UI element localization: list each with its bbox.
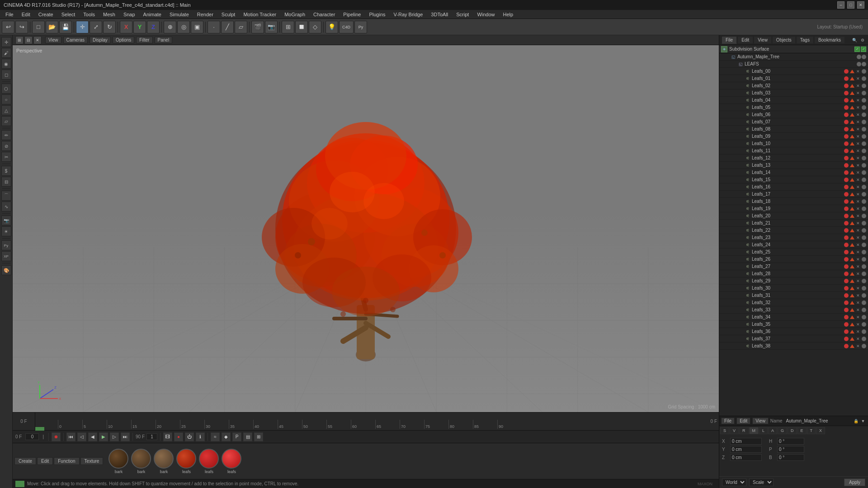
obj-settings-icon[interactable]: ⚙ <box>859 37 866 44</box>
leaf-dot-red-27[interactable] <box>844 264 849 269</box>
leaf-x-20[interactable]: ✕ <box>856 214 860 218</box>
leaf-row-0[interactable]: ⚟ Leafs_00 ✕ <box>719 68 868 75</box>
poly-mode-button[interactable]: ▱ <box>235 21 247 33</box>
tree-dot-2[interactable] <box>862 55 866 59</box>
leaf-dot-red-1[interactable] <box>844 76 849 81</box>
mat-bark-2[interactable]: bark <box>131 449 151 474</box>
leaf-dot-gray-35[interactable] <box>862 322 866 327</box>
menu-render[interactable]: Render <box>193 11 217 18</box>
leaf-dot-red-10[interactable] <box>844 141 849 146</box>
leaf-tri-red-19[interactable] <box>850 207 854 211</box>
leaf-dot-red-7[interactable] <box>844 120 849 124</box>
timeline-ruler[interactable]: 0 5 10 15 20 25 30 35 40 45 50 55 60 65 … <box>35 413 701 431</box>
leaf-x-38[interactable]: ✕ <box>856 344 860 348</box>
move-tool-button[interactable]: ✛ <box>76 21 89 33</box>
viewport[interactable]: Perspective Grid Spacing : 1000 cm Z X Y <box>13 45 719 412</box>
leaf-tri-red-36[interactable] <box>850 330 854 333</box>
points-mode-button[interactable]: · <box>208 21 220 33</box>
menu-motiontracker[interactable]: Motion Tracker <box>240 11 280 18</box>
leaf-row-4[interactable]: ⚟ Leafs_04 ✕ <box>719 97 868 104</box>
tf-x-pos[interactable] <box>730 438 762 445</box>
attr-tab-e[interactable]: E <box>797 427 807 434</box>
render-region-button[interactable]: 📷 <box>265 21 278 33</box>
leaf-row-38[interactable]: ⚟ Leafs_38 ✕ <box>719 343 868 350</box>
mat-leafs-3[interactable]: leafs <box>222 449 241 474</box>
leaf-tri-red-35[interactable] <box>850 323 854 326</box>
attr-file-btn[interactable]: File <box>721 418 735 424</box>
mat-bark-1[interactable]: bark <box>108 449 128 474</box>
leaf-tri-red-0[interactable] <box>850 70 854 73</box>
leaf-x-23[interactable]: ✕ <box>856 235 860 240</box>
maximize-button[interactable]: □ <box>847 1 854 9</box>
leaf-tri-red-3[interactable] <box>850 91 854 95</box>
obj-tab-bookmarks[interactable]: Bookmarks <box>814 36 845 44</box>
close-button[interactable]: ✕ <box>857 1 864 9</box>
leaf-dot-red-26[interactable] <box>844 257 849 262</box>
mat-create-btn[interactable]: Create <box>14 457 36 465</box>
leaf-tri-red-15[interactable] <box>850 178 854 182</box>
leaf-row-8[interactable]: ⚟ Leafs_08 ✕ <box>719 126 868 133</box>
sidebar-knife[interactable]: ✂ <box>1 152 11 162</box>
pb-power-btn[interactable]: ⏻ <box>185 432 194 441</box>
leaf-dot-red-21[interactable] <box>844 221 849 225</box>
sidebar-sphere[interactable]: ○ <box>1 94 11 104</box>
leaf-tri-red-32[interactable] <box>850 301 854 305</box>
attr-tab-v[interactable]: V <box>730 427 739 434</box>
leaf-dot-gray-14[interactable] <box>862 170 866 175</box>
menu-create[interactable]: Create <box>35 11 57 18</box>
leaf-row-13[interactable]: ⚟ Leafs_13 ✕ <box>719 162 868 169</box>
subdiv-check-1[interactable]: ✓ <box>854 47 860 52</box>
leaf-dot-gray-3[interactable] <box>862 91 866 95</box>
light-button[interactable]: 💡 <box>326 21 338 33</box>
leaf-x-24[interactable]: ✕ <box>856 243 860 247</box>
leaf-x-16[interactable]: ✕ <box>856 185 860 189</box>
tf-b-val[interactable] <box>777 454 804 461</box>
view-menu[interactable]: View <box>45 37 61 43</box>
leaf-dot-red-8[interactable] <box>844 127 849 131</box>
leaf-dot-gray-5[interactable] <box>862 105 866 110</box>
panel-menu[interactable]: Panel <box>155 37 173 43</box>
obj-tab-edit[interactable]: Edit <box>737 36 753 44</box>
leaf-x-37[interactable]: ✕ <box>856 337 860 341</box>
leaf-tri-red-13[interactable] <box>850 164 854 167</box>
scale-tool-button[interactable]: ⤢ <box>90 21 102 33</box>
leaf-row-25[interactable]: ⚟ Leafs_25 ✕ <box>719 249 868 256</box>
leaf-x-11[interactable]: ✕ <box>856 149 860 153</box>
leaf-dot-gray-0[interactable] <box>862 69 866 74</box>
tf-y-pos[interactable] <box>730 446 762 453</box>
obj-tab-file[interactable]: File <box>722 36 737 44</box>
leaf-dot-gray-22[interactable] <box>862 228 866 233</box>
menu-file[interactable]: File <box>2 11 17 18</box>
menu-plugins[interactable]: Plugins <box>365 11 389 18</box>
leaf-dot-gray-15[interactable] <box>862 178 866 182</box>
python-button[interactable]: Py <box>354 21 367 33</box>
leaf-dot-red-34[interactable] <box>844 315 849 319</box>
attr-view-btn[interactable]: View <box>752 418 769 424</box>
x-axis-button[interactable]: X <box>120 21 132 33</box>
leaf-tri-red-38[interactable] <box>850 344 854 348</box>
leaf-row-12[interactable]: ⚟ Leafs_12 ✕ <box>719 155 868 162</box>
attr-tab-s[interactable]: S <box>720 427 729 434</box>
display-menu[interactable]: Display <box>90 37 111 43</box>
menu-simulate[interactable]: Simulate <box>166 11 193 18</box>
leaf-x-30[interactable]: ✕ <box>856 286 860 291</box>
leaf-tri-red-16[interactable] <box>850 185 854 189</box>
attr-tab-t[interactable]: T <box>807 427 816 434</box>
attr-lock-icon[interactable]: 🔒 <box>853 418 859 424</box>
leaf-dot-gray-8[interactable] <box>862 127 866 131</box>
maple-tree-row[interactable]: ◱ Autumn_Maple_Tree <box>719 53 868 61</box>
leaf-dot-gray-4[interactable] <box>862 98 866 103</box>
z-axis-button[interactable]: Z <box>147 21 160 33</box>
sidebar-paint[interactable]: 🖌 <box>1 48 11 58</box>
leaf-x-2[interactable]: ✕ <box>856 84 860 88</box>
pb-curve-btn[interactable]: ≈ <box>211 432 220 441</box>
leaf-row-20[interactable]: ⚟ Leafs_20 ✕ <box>719 212 868 220</box>
leaf-dot-gray-34[interactable] <box>862 315 866 319</box>
go-start-button[interactable]: ⏮ <box>66 432 75 441</box>
menu-edit[interactable]: Edit <box>18 11 34 18</box>
leaf-x-35[interactable]: ✕ <box>856 322 860 327</box>
leaf-row-7[interactable]: ⚟ Leafs_07 ✕ <box>719 118 868 126</box>
menu-pipeline[interactable]: Pipeline <box>340 11 364 18</box>
leaf-row-35[interactable]: ⚟ Leafs_35 ✕ <box>719 321 868 328</box>
leaf-x-7[interactable]: ✕ <box>856 120 860 124</box>
